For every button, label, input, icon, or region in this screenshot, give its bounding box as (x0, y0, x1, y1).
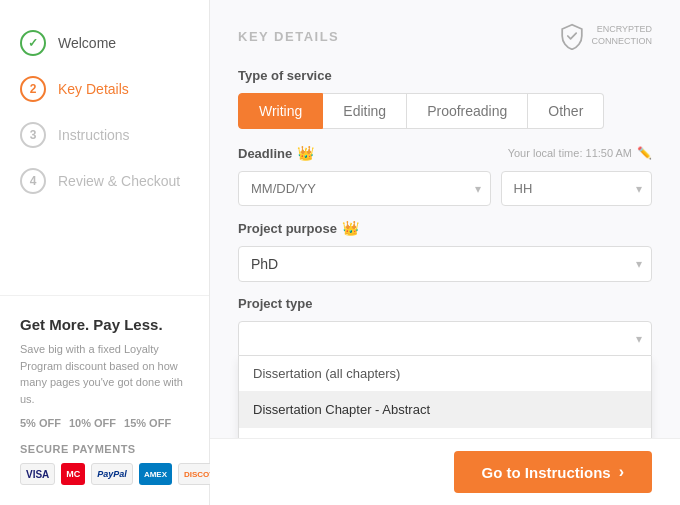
project-type-wrapper: ▾ Dissertation (all chapters) Dissertati… (238, 321, 652, 438)
encrypted-text: ENCRYPTEDCONNECTION (592, 24, 653, 47)
local-time: Your local time: 11:50 AM ✏️ (508, 146, 652, 160)
edit-time-icon[interactable]: ✏️ (637, 146, 652, 160)
tab-editing[interactable]: Editing (323, 93, 407, 129)
project-purpose-label: Project purpose 👑 (238, 220, 652, 236)
promo-title: Get More. Pay Less. (20, 316, 189, 333)
tab-writing[interactable]: Writing (238, 93, 323, 129)
main-panel: KEY DETAILS ENCRYPTEDCONNECTION Type of … (210, 0, 680, 505)
visa-icon: VISA (20, 463, 55, 485)
discount-1: 5% OFF (20, 417, 61, 429)
nav-circle-key-details: 2 (20, 76, 46, 102)
main-header: KEY DETAILS ENCRYPTEDCONNECTION (238, 22, 652, 50)
nav-label-review-checkout: Review & Checkout (58, 173, 180, 189)
promo-discounts: 5% OFF 10% OFF 15% OFF (20, 417, 189, 429)
project-purpose-select[interactable]: High School Undergraduate Masters PhD Pr… (238, 246, 652, 282)
project-type-label: Project type (238, 296, 652, 311)
amex-icon: AMEX (139, 463, 172, 485)
nav-circle-welcome: ✓ (20, 30, 46, 56)
section-title: KEY DETAILS (238, 29, 339, 44)
discount-3: 15% OFF (124, 417, 171, 429)
sidebar-item-welcome[interactable]: ✓ Welcome (0, 20, 209, 66)
nav-label-instructions: Instructions (58, 127, 130, 143)
promo-desc: Save big with a fixed Loyalty Program di… (20, 341, 189, 407)
project-type-input[interactable] (238, 321, 652, 356)
mastercard-icon: MC (61, 463, 85, 485)
secure-payments-title: SECURE PAYMENTS (20, 443, 189, 455)
dropdown-item-all-chapters[interactable]: Dissertation (all chapters) (239, 356, 651, 392)
go-btn-label: Go to Instructions (482, 464, 611, 481)
deadline-inputs: ▾ ▾ (238, 171, 652, 206)
go-btn-arrow-icon: › (619, 463, 624, 481)
deadline-crown-icon: 👑 (297, 145, 314, 161)
service-type-label: Type of service (238, 68, 652, 83)
tab-other[interactable]: Other (528, 93, 604, 129)
date-input[interactable] (238, 171, 491, 206)
sidebar-promo: Get More. Pay Less. Save big with a fixe… (0, 295, 209, 505)
sidebar-item-key-details[interactable]: 2 Key Details (0, 66, 209, 112)
nav-circle-instructions: 3 (20, 122, 46, 148)
date-picker[interactable]: ▾ (238, 171, 491, 206)
nav-circle-review-checkout: 4 (20, 168, 46, 194)
payment-icons: VISA MC PayPal AMEX DISCOVER (20, 463, 189, 485)
dropdown-item-abstract[interactable]: Dissertation Chapter - Abstract (239, 392, 651, 428)
paypal-icon: PayPal (91, 463, 133, 485)
go-to-instructions-button[interactable]: Go to Instructions › (454, 451, 653, 493)
footer-bar: Go to Instructions › (210, 438, 680, 505)
encrypted-badge: ENCRYPTEDCONNECTION (558, 22, 653, 50)
nav-label-welcome: Welcome (58, 35, 116, 51)
deadline-row: Deadline 👑 Your local time: 11:50 AM ✏️ (238, 145, 652, 161)
discount-2: 10% OFF (69, 417, 116, 429)
deadline-label: Deadline 👑 (238, 145, 314, 161)
sidebar-item-review-checkout[interactable]: 4 Review & Checkout (0, 158, 209, 204)
sidebar: ✓ Welcome 2 Key Details 3 Instructions 4… (0, 0, 210, 505)
dropdown-item-conclusion[interactable]: Dissertation Chapter - Conclusion (239, 428, 651, 438)
tab-proofreading[interactable]: Proofreading (407, 93, 528, 129)
sidebar-item-instructions[interactable]: 3 Instructions (0, 112, 209, 158)
sidebar-nav: ✓ Welcome 2 Key Details 3 Instructions 4… (0, 20, 209, 204)
project-type-dropdown: Dissertation (all chapters) Dissertation… (238, 356, 652, 438)
time-input[interactable] (501, 171, 653, 206)
nav-label-key-details: Key Details (58, 81, 129, 97)
time-picker[interactable]: ▾ (501, 171, 653, 206)
purpose-crown-icon: 👑 (342, 220, 359, 236)
project-purpose-select-wrapper[interactable]: High School Undergraduate Masters PhD Pr… (238, 246, 652, 282)
shield-icon (558, 22, 586, 50)
main-content: KEY DETAILS ENCRYPTEDCONNECTION Type of … (210, 0, 680, 438)
service-tabs: Writing Editing Proofreading Other (238, 93, 652, 129)
